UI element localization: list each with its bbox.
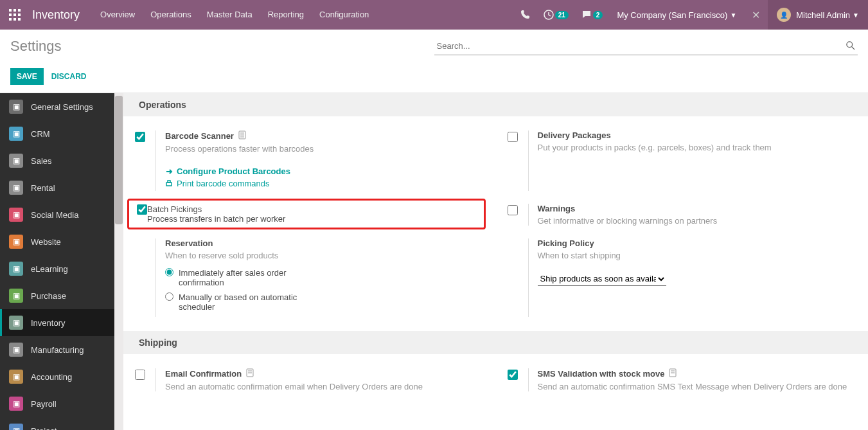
module-icon: ▣: [9, 343, 23, 357]
nav-menu: Overview Operations Master Data Reportin…: [93, 0, 376, 30]
module-icon: ▣: [9, 262, 23, 276]
checkbox-email-confirm[interactable]: [135, 370, 145, 380]
svg-point-10: [847, 42, 853, 48]
radio-reservation-immediate[interactable]: [165, 268, 173, 276]
sidebar-item-label: eLearning: [31, 264, 68, 274]
sidebar-item-label: Sales: [31, 156, 52, 166]
link-configure-barcodes[interactable]: Configure Product Barcodes: [165, 166, 484, 176]
phone-icon[interactable]: [514, 10, 537, 20]
app-brand[interactable]: Inventory: [30, 8, 93, 22]
avatar: 👤: [777, 8, 791, 22]
link-print-barcode[interactable]: Print barcode commands: [165, 179, 484, 188]
sidebar-item-manufacturing[interactable]: ▣Manufacturing: [0, 336, 114, 363]
svg-rect-8: [18, 18, 21, 21]
nav-operations[interactable]: Operations: [143, 0, 199, 30]
sidebar-item-project[interactable]: ▣Project: [0, 417, 114, 430]
chat-icon[interactable]: 2: [575, 10, 610, 20]
module-icon: ▣: [9, 370, 23, 384]
picking-policy-select[interactable]: Ship products as soon as available: [538, 272, 666, 286]
section-header-shipping: Shipping: [123, 331, 868, 354]
setting-title: Batch Pickings: [147, 204, 285, 214]
user-menu[interactable]: 👤 Mitchell Admin ▼: [768, 0, 868, 30]
svg-rect-1: [13, 9, 16, 12]
checkbox-batch-pickings[interactable]: [137, 204, 147, 215]
nav-master-data[interactable]: Master Data: [199, 0, 260, 30]
apps-menu-icon[interactable]: [0, 9, 30, 21]
save-button[interactable]: SAVE: [10, 68, 44, 85]
sidebar-item-elearning[interactable]: ▣eLearning: [0, 255, 114, 282]
module-icon: ▣: [9, 127, 23, 141]
setting-picking-policy: Picking Policy When to start shipping Sh…: [496, 232, 869, 323]
search-input[interactable]: [434, 37, 858, 55]
caret-down-icon: ▼: [853, 12, 859, 19]
setting-title: Delivery Packages: [538, 130, 857, 140]
sidebar-item-payroll[interactable]: ▣Payroll: [0, 390, 114, 417]
setting-title: Email Confirmation: [165, 369, 242, 379]
setting-desc: When to reserve sold products: [165, 251, 484, 260]
sidebar-item-general-settings[interactable]: ▣General Settings: [0, 93, 114, 120]
sidebar-item-label: Website: [31, 237, 61, 247]
setting-title: Picking Policy: [538, 238, 857, 248]
setting-desc: Put your products in packs (e.g. parcels…: [538, 143, 857, 152]
sidebar-item-rental[interactable]: ▣Rental: [0, 174, 114, 201]
radio-reservation-manual[interactable]: [165, 292, 173, 301]
action-bar: SAVE DISCARD: [0, 63, 868, 93]
discard-button[interactable]: DISCARD: [51, 72, 87, 81]
setting-desc: Process transfers in batch per worker: [147, 214, 285, 224]
sidebar-item-label: Social Media: [31, 210, 78, 220]
checkbox-barcode[interactable]: [135, 132, 145, 142]
search-icon[interactable]: [846, 41, 855, 52]
nav-reporting[interactable]: Reporting: [260, 0, 312, 30]
sidebar-item-sales[interactable]: ▣Sales: [0, 147, 114, 174]
caret-down-icon: ▼: [730, 12, 736, 19]
setting-title: Reservation: [165, 238, 484, 248]
sidebar-item-website[interactable]: ▣Website: [0, 228, 114, 255]
svg-rect-3: [9, 13, 12, 16]
svg-rect-2: [18, 9, 21, 12]
top-navbar: Inventory Overview Operations Master Dat…: [0, 0, 868, 30]
settings-content: Operations Barcode Scanner Process opera…: [123, 93, 868, 430]
company-selector[interactable]: My Company (San Francisco)▼: [609, 10, 744, 20]
setting-delivery-packages: Delivery Packages Put your products in p…: [496, 124, 869, 197]
sidebar-item-inventory[interactable]: ▣Inventory: [0, 309, 114, 336]
nav-configuration[interactable]: Configuration: [312, 0, 376, 30]
checkbox-delivery-packages[interactable]: [508, 132, 518, 142]
settings-sidebar: ▣General Settings▣CRM▣Sales▣Rental▣Socia…: [0, 93, 114, 430]
close-icon[interactable]: ✕: [744, 9, 768, 21]
sidebar-item-label: Rental: [31, 183, 55, 193]
svg-rect-0: [9, 9, 12, 12]
doc-icon[interactable]: [668, 368, 677, 379]
setting-title: Warnings: [538, 204, 857, 213]
setting-warnings: Warnings Get informative or blocking war…: [496, 197, 869, 232]
checkbox-sms-validation[interactable]: [508, 370, 518, 380]
nav-overview[interactable]: Overview: [93, 0, 143, 30]
activity-badge: 21: [555, 11, 569, 19]
sidebar-item-accounting[interactable]: ▣Accounting: [0, 363, 114, 390]
activity-icon[interactable]: 21: [537, 10, 575, 20]
sidebar-item-label: Manufacturing: [31, 345, 84, 355]
sidebar-item-label: General Settings: [31, 102, 93, 112]
sidebar-item-label: Accounting: [31, 372, 72, 382]
sidebar-item-social-media[interactable]: ▣Social Media: [0, 201, 114, 228]
scrollbar[interactable]: [114, 93, 123, 430]
module-icon: ▣: [9, 100, 23, 114]
doc-icon[interactable]: [238, 130, 247, 141]
sidebar-item-label: Payroll: [31, 399, 57, 409]
setting-desc: Process operations faster with barcodes: [165, 144, 484, 154]
chat-badge: 2: [593, 11, 603, 19]
svg-rect-5: [18, 13, 21, 16]
setting-sms-validation: SMS Validation with stock move Send an a…: [496, 362, 869, 398]
radio-label: Immediately after sales order confirmati…: [179, 268, 313, 287]
sidebar-item-purchase[interactable]: ▣Purchase: [0, 282, 114, 309]
module-icon: ▣: [9, 397, 23, 411]
setting-desc: Send an automatic confirmation SMS Text …: [538, 382, 857, 391]
svg-line-11: [852, 47, 855, 49]
module-icon: ▣: [9, 154, 23, 168]
sidebar-item-label: CRM: [31, 129, 50, 139]
sidebar-item-crm[interactable]: ▣CRM: [0, 120, 114, 147]
checkbox-warnings[interactable]: [508, 205, 518, 215]
module-icon: ▣: [9, 289, 23, 303]
setting-desc: Get informative or blocking warnings on …: [538, 216, 857, 226]
doc-icon[interactable]: [245, 368, 254, 379]
module-icon: ▣: [9, 208, 23, 222]
